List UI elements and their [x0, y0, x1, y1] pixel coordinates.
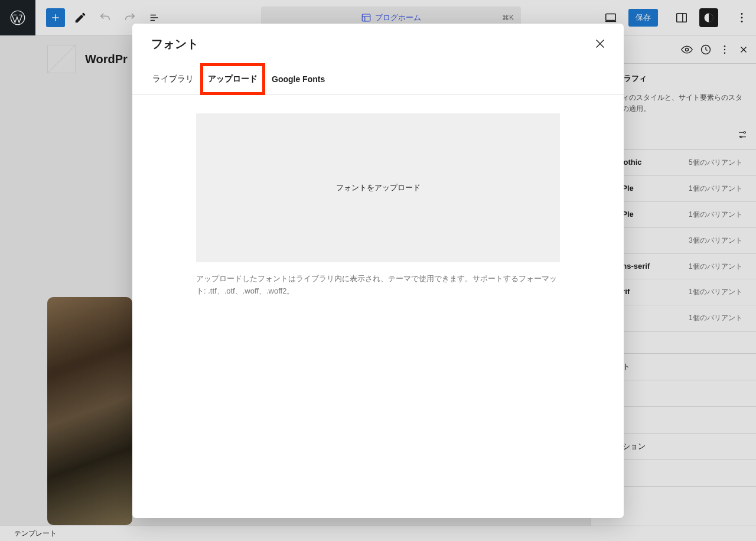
- dropzone-label: フォントをアップロード: [336, 182, 421, 193]
- upload-dropzone[interactable]: フォントをアップロード: [196, 113, 560, 262]
- modal-tabs: ライブラリ アップロード Google Fonts: [132, 64, 624, 94]
- modal-header: フォント: [132, 24, 624, 64]
- modal-title: フォント: [151, 36, 198, 52]
- tab-library[interactable]: ライブラリ: [145, 64, 201, 94]
- tab-google-fonts[interactable]: Google Fonts: [265, 64, 332, 94]
- modal-body: フォントをアップロード アップロードしたフォントはライブラリ内に表示され、テーマ…: [132, 94, 624, 518]
- close-icon[interactable]: [593, 37, 607, 51]
- upload-help-text: アップロードしたフォントはライブラリ内に表示され、テーマで使用できます。サポート…: [196, 273, 560, 298]
- fonts-modal: フォント ライブラリ アップロード Google Fonts フォントをアップロ…: [132, 24, 624, 518]
- tab-upload[interactable]: アップロード: [201, 64, 265, 94]
